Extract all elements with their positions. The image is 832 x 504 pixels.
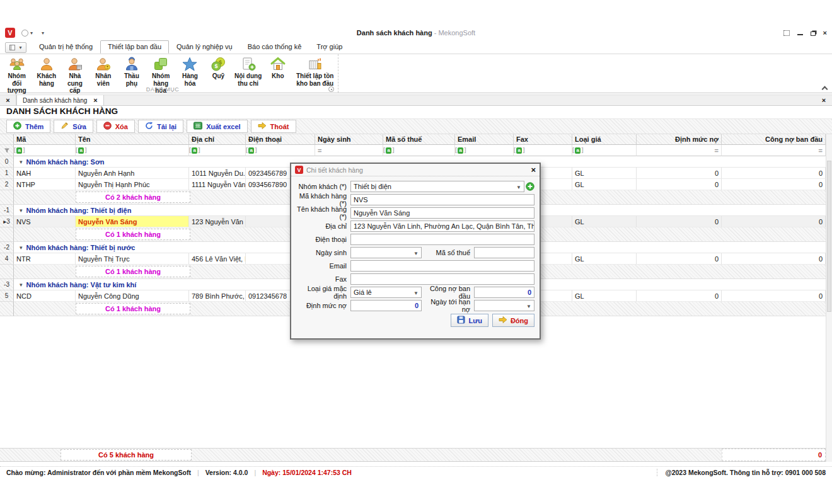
row-indicator: -2 [0,242,14,253]
name-field[interactable]: Nguyễn Văn Sáng [350,207,534,219]
filter-cell-email[interactable]: a [455,145,514,156]
ribbon-item-nhan-vien-label: Nhân viên [91,72,115,87]
supplier-icon [67,55,83,72]
filter-cell-dinhmucno[interactable]: = [637,145,722,156]
email-field[interactable] [350,260,534,272]
price-type-label: Loại giá mặc định [292,285,350,300]
ribbon-tab-1[interactable]: Thiết lập ban đầu [100,40,169,54]
cell-dinhmucno: 0 [637,253,722,265]
ribbon-item-thiet-lap-ton-kho[interactable]: Thiết lập tồn kho ban đầu [292,55,338,87]
ribbon-tab-4[interactable]: Trợ giúp [309,40,350,54]
filter-cell-loaigia[interactable]: a [572,145,637,156]
tax-field[interactable] [474,247,534,258]
add-group-button[interactable] [524,182,534,191]
dialog-close-icon[interactable]: × [531,166,536,174]
ribbon-item-nhan-vien[interactable]: Nhân viên [89,55,117,87]
filter-cell-fax[interactable]: a [514,145,572,156]
column-header-loaigia[interactable]: Loại giá [572,134,637,145]
exit-button[interactable]: Thoát [251,120,296,133]
ribbon-tab-2[interactable]: Quản lý nghiệp vụ [169,40,240,54]
column-header-ngaysinh[interactable]: Ngày sinh [315,134,383,145]
delete-button[interactable]: Xóa [96,120,135,133]
chevron-down-icon[interactable]: ▼ [413,289,419,298]
initial-debt-field[interactable]: 0 [474,287,534,298]
filter-cell-ngaysinh[interactable]: = [315,145,383,156]
ribbon-collapse-icon[interactable] [822,85,827,90]
add-button[interactable]: Thêm [6,120,50,133]
document-tab-close-icon[interactable]: × [93,96,97,104]
ribbon-item-khach-hang[interactable]: Khách hàng [32,55,61,87]
export-excel-button[interactable]: Xuất excel [187,120,247,133]
debt-due-combobox[interactable]: ▼ [474,300,534,311]
chevron-down-icon[interactable]: ▼ [526,302,531,311]
collapse-icon[interactable]: ▾ [20,159,23,165]
birthday-combobox[interactable]: ▼ [350,247,422,258]
filter-cell-dienthoai[interactable]: a [246,145,315,156]
restore-icon[interactable] [811,32,816,36]
column-header-fax[interactable]: Fax [514,134,572,145]
filter-cell-ma[interactable]: a [14,145,76,156]
minimize-icon[interactable] [797,30,803,35]
filter-text-icon: a [16,147,22,154]
application-menu-button[interactable]: ▾ [5,42,26,53]
tabstrip-close-icon[interactable]: × [0,95,16,105]
chevron-down-icon[interactable]: ▼ [516,183,521,192]
column-header-dienthoai[interactable]: Điện thoại [246,134,315,145]
column-header-ten[interactable]: Tên [76,134,189,145]
ribbon-group-dialog-icon[interactable] [328,86,334,92]
cell-loaigia: GL [572,168,637,179]
ribbon-tab-3[interactable]: Báo cáo thống kê [240,40,309,54]
quick-access-circle-icon[interactable] [21,30,28,37]
tabstrip-right-close-icon[interactable]: × [816,95,832,105]
group-combobox[interactable]: Thiết bị điện▼ [350,181,524,192]
vertical-scrollbar[interactable] [826,134,832,462]
quick-access-chevron-icon[interactable]: ▾ [30,30,33,36]
row-indicator: ▸3 [0,216,14,227]
fax-label: Fax [292,275,350,283]
close-icon[interactable]: × [823,30,827,37]
collapse-icon[interactable]: ▾ [20,207,23,214]
filter-cell-ten[interactable]: a [76,145,189,156]
ribbon-item-quy[interactable]: $$Quỹ [204,55,233,80]
scrollbar-thumb[interactable] [827,161,831,312]
column-header-ma[interactable]: Mã [14,134,76,145]
ribbon-item-noi-dung-thu-chi[interactable]: Nội dung thu chi [233,55,263,87]
column-header-diachi[interactable]: Địa chỉ [189,134,246,145]
grid-corner-cell[interactable] [0,134,14,145]
reload-button[interactable]: Tải lại [138,120,183,133]
quick-access-customize-icon[interactable]: ▾ [42,30,44,36]
column-header-masothue[interactable]: Mã số thuế [383,134,455,145]
cell-congno: 0 [722,179,826,190]
ribbon-item-thau-phu[interactable]: Thầu phụ [117,55,146,87]
email-label: Email [292,262,350,270]
ribbon-tab-0[interactable]: Quản trị hệ thống [32,40,100,54]
phone-field[interactable] [350,234,534,245]
cell-diachi: 456 Lê Văn Việt, P... [189,253,246,265]
column-header-dinhmucno[interactable]: Định mức nợ [637,134,722,145]
fax-field[interactable] [350,273,534,285]
edit-button[interactable]: Sửa [54,120,93,133]
collapse-icon[interactable]: ▾ [20,282,23,288]
document-tab[interactable]: Danh sách khách hàng × [16,95,104,105]
ribbon-item-kho[interactable]: Kho [263,55,292,80]
grand-total-row: Có 5 khách hàng 0 [0,448,826,461]
code-field[interactable]: NVS [350,194,534,205]
ribbon-item-thiet-lap-ton-kho-label: Thiết lập tồn kho ban đầu [294,72,336,87]
address-field[interactable]: 123 Nguyễn Văn Linh, Phường An Lạc, Quận… [350,220,534,232]
ribbon-item-hang-hoa[interactable]: Hàng hóa [176,55,204,87]
price-type-combobox[interactable]: Giá lẻ▼ [350,287,422,298]
export-excel-button-label: Xuất excel [206,123,240,130]
collapse-icon[interactable]: ▾ [20,244,23,251]
chevron-down-icon[interactable]: ▼ [413,249,419,258]
filter-cell-diachi[interactable]: a [189,145,246,156]
column-header-congno[interactable]: Công nợ ban đầu [722,134,826,145]
fullscreen-icon[interactable] [783,30,790,36]
debt-limit-field[interactable]: 0 [350,300,422,311]
save-button[interactable]: Lưu [451,314,488,327]
filter-cell-masothue[interactable]: a [383,145,455,156]
column-header-email[interactable]: Email [455,134,514,145]
filter-funnel-icon[interactable] [0,145,14,156]
filter-cell-congno[interactable]: = [722,145,826,156]
close-dialog-button[interactable]: Đóng [492,314,534,327]
statusbar: Chào mừng: Administrator đến với phần mề… [0,466,832,478]
